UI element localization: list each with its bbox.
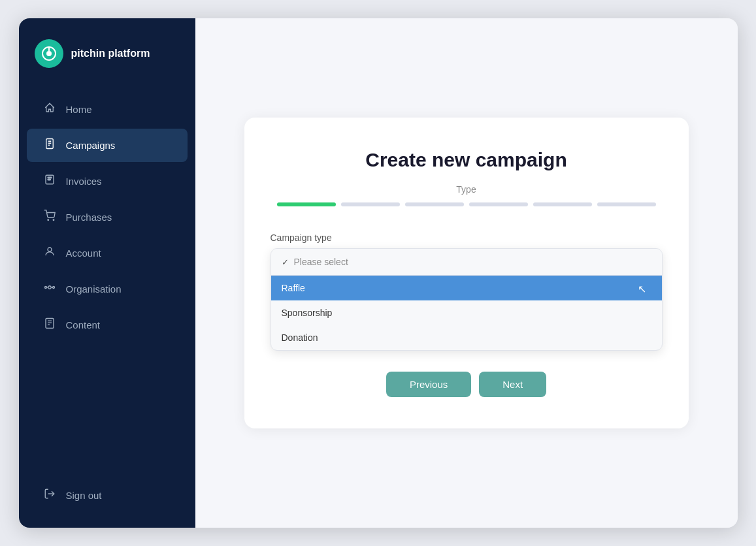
sidebar-item-label-campaigns: Campaigns	[66, 140, 116, 151]
sidebar-item-campaigns[interactable]: Campaigns	[27, 129, 188, 162]
svg-rect-17	[46, 319, 54, 329]
progress-step-1	[277, 202, 336, 206]
card-title: Create new campaign	[271, 149, 663, 171]
signout-icon	[42, 488, 57, 503]
sidebar-item-purchases[interactable]: Purchases	[27, 201, 188, 234]
progress-step-2	[341, 202, 400, 206]
sidebar-item-label-content: Content	[66, 319, 101, 330]
svg-rect-8	[48, 179, 51, 180]
svg-point-1	[46, 51, 52, 56]
signout-label: Sign out	[66, 490, 102, 501]
invoices-icon	[42, 174, 57, 189]
cursor-indicator: ↖	[638, 283, 646, 295]
sidebar-logo: pitchin platform	[19, 18, 195, 86]
svg-point-14	[52, 287, 54, 289]
campaign-type-label: Campaign type	[271, 233, 663, 243]
campaigns-icon	[42, 138, 57, 153]
svg-point-10	[53, 219, 54, 221]
option-sponsorship-label: Sponsorship	[282, 308, 333, 318]
sidebar-item-label-purchases: Purchases	[66, 212, 112, 223]
campaign-card: Create new campaign Type Campaign type ✓…	[244, 118, 689, 428]
purchases-icon	[42, 210, 57, 225]
step-label: Type	[271, 184, 663, 195]
home-icon	[42, 102, 57, 117]
dropdown-option-sponsorship[interactable]: Sponsorship	[271, 300, 662, 325]
svg-point-12	[48, 286, 51, 289]
sidebar-item-label-account: Account	[66, 248, 101, 259]
progress-bar	[271, 202, 663, 206]
dropdown-placeholder-text: Please select	[294, 257, 348, 267]
sidebar-nav: Home Campaigns	[19, 86, 195, 528]
app-wrapper: pitchin platform Home Campaigns	[19, 18, 738, 528]
content-icon	[42, 317, 57, 332]
svg-rect-7	[48, 177, 52, 178]
sidebar-item-content[interactable]: Content	[27, 308, 188, 342]
account-icon	[42, 246, 57, 261]
sidebar: pitchin platform Home Campaigns	[19, 18, 195, 528]
option-raffle-label: Raffle	[282, 283, 305, 293]
svg-point-13	[44, 287, 46, 289]
sidebar-item-signout[interactable]: Sign out	[27, 479, 188, 512]
dropdown-menu[interactable]: ✓ Please select Raffle ↖ Sponsorship Don…	[271, 248, 663, 351]
sidebar-item-invoices[interactable]: Invoices	[27, 165, 188, 198]
sidebar-item-label-organisation: Organisation	[66, 283, 122, 295]
logo-text: pitchin platform	[71, 47, 150, 61]
svg-point-9	[48, 219, 49, 221]
svg-point-11	[48, 248, 52, 251]
sidebar-item-organisation[interactable]: Organisation	[27, 272, 188, 306]
option-donation-label: Donation	[282, 332, 318, 343]
next-button[interactable]: Next	[479, 372, 546, 397]
dropdown-placeholder: ✓ Please select	[271, 249, 662, 276]
sidebar-item-home[interactable]: Home	[27, 93, 188, 126]
main-content: Create new campaign Type Campaign type ✓…	[195, 18, 738, 528]
progress-step-6	[597, 202, 656, 206]
logo-icon	[35, 39, 63, 68]
organisation-icon	[42, 281, 57, 297]
check-icon: ✓	[282, 257, 289, 267]
svg-rect-2	[46, 139, 53, 149]
progress-step-3	[405, 202, 464, 206]
dropdown-container[interactable]: ✓ Please select Raffle ↖ Sponsorship Don…	[271, 248, 663, 351]
dropdown-option-donation[interactable]: Donation	[271, 325, 662, 350]
progress-step-4	[469, 202, 528, 206]
progress-step-5	[533, 202, 592, 206]
previous-button[interactable]: Previous	[386, 372, 471, 397]
sidebar-item-label-home: Home	[66, 104, 92, 115]
action-buttons: Previous Next	[271, 372, 663, 397]
sidebar-item-label-invoices: Invoices	[66, 176, 102, 187]
sidebar-item-account[interactable]: Account	[27, 236, 188, 270]
dropdown-option-raffle[interactable]: Raffle ↖	[271, 276, 662, 300]
